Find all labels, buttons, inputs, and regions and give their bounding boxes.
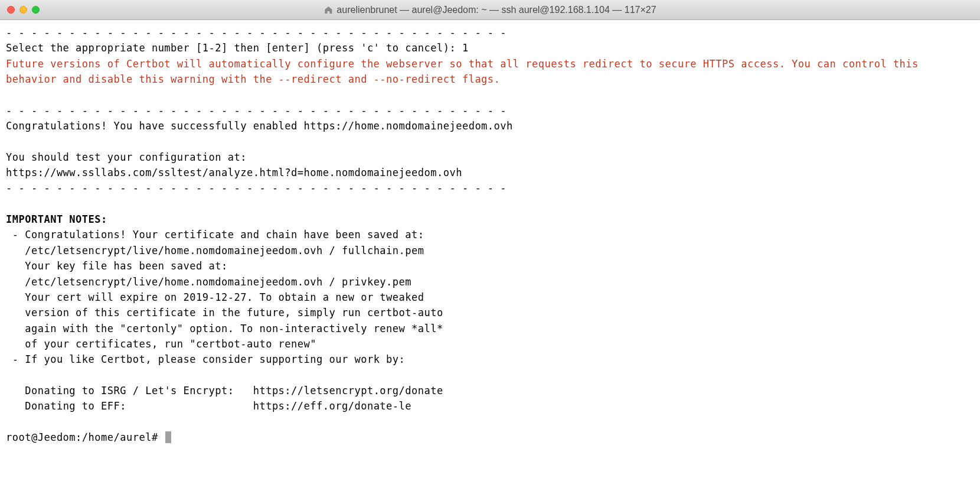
traffic-lights	[7, 6, 40, 14]
divider-line: - - - - - - - - - - - - - - - - - - - - …	[6, 105, 507, 116]
divider-line: - - - - - - - - - - - - - - - - - - - - …	[6, 27, 507, 38]
note-line: version of this certificate in the futur…	[6, 307, 443, 318]
donate-line: Donating to EFF: https://eff.org/donate-…	[6, 400, 411, 412]
note-line: of your certificates, run "certbot-auto …	[6, 338, 316, 350]
note-line: - Congratulations! Your certificate and …	[6, 229, 424, 240]
note-line: - If you like Certbot, please consider s…	[6, 353, 405, 365]
congrats-text: Congratulations! You have successfully e…	[6, 120, 513, 132]
important-notes-header: IMPORTANT NOTES:	[6, 213, 107, 225]
test-url-text: https://www.ssllabs.com/ssltest/analyze.…	[6, 167, 462, 178]
note-line: again with the "certonly" option. To non…	[6, 323, 443, 334]
divider-line: - - - - - - - - - - - - - - - - - - - - …	[6, 182, 507, 194]
minimize-button[interactable]	[19, 6, 27, 14]
select-prompt: Select the appropriate number [1-2] then…	[6, 42, 469, 54]
note-line: Your cert will expire on 2019-12-27. To …	[6, 291, 424, 303]
home-icon	[324, 5, 333, 15]
window-title: aurelienbrunet — aurel@Jeedom: ~ — ssh a…	[324, 5, 656, 15]
warning-text: Future versions of Certbot will automati…	[6, 58, 925, 85]
window-titlebar: aurelienbrunet — aurel@Jeedom: ~ — ssh a…	[0, 0, 980, 20]
donate-line: Donating to ISRG / Let's Encrypt: https:…	[6, 385, 443, 396]
note-line: /etc/letsencrypt/live/home.nomdomainejee…	[6, 245, 424, 256]
note-line: /etc/letsencrypt/live/home.nomdomainejee…	[6, 276, 411, 288]
note-line: Your key file has been saved at:	[6, 260, 228, 272]
close-button[interactable]	[7, 6, 15, 14]
terminal-output[interactable]: - - - - - - - - - - - - - - - - - - - - …	[0, 20, 980, 450]
cursor	[165, 431, 171, 443]
shell-prompt: root@Jeedom:/home/aurel#	[6, 431, 164, 443]
maximize-button[interactable]	[32, 6, 40, 14]
window-title-text: aurelienbrunet — aurel@Jeedom: ~ — ssh a…	[337, 5, 656, 15]
test-config-text: You should test your configuration at:	[6, 151, 247, 163]
